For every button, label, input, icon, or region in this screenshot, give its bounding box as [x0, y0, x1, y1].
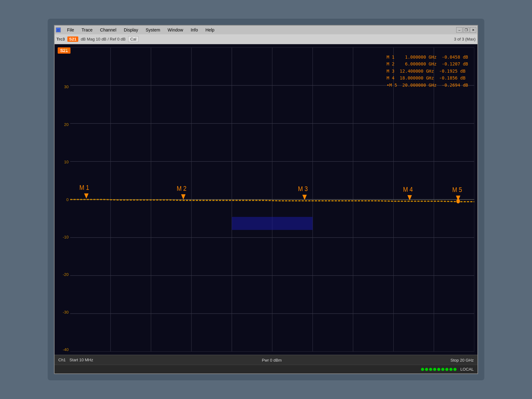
channel-label: Ch1 [58, 358, 66, 362]
s21-badge[interactable]: S21 [67, 36, 78, 42]
max-label: 3 of 3 (Max) [454, 37, 476, 41]
cal-button[interactable]: Cal [128, 36, 139, 42]
window-controls: – ❐ ✕ [456, 27, 476, 33]
menu-system[interactable]: System [144, 27, 162, 33]
status-dots [421, 368, 457, 371]
y-label-10: 10 [55, 160, 70, 164]
dot-8 [449, 368, 452, 371]
svg-text:M 3: M 3 [298, 185, 307, 193]
marker-2-info: M 2 6.000000 GHz -0.1207 dB [387, 60, 468, 67]
y-label-neg20: -20 [55, 272, 70, 276]
dot-1 [421, 368, 424, 371]
y-axis: 40 30 20 10 0 -10 -20 -30 -40 [55, 44, 70, 355]
svg-point-29 [456, 199, 460, 204]
menu-help[interactable]: Help [204, 27, 216, 33]
y-label-neg10: -10 [55, 235, 70, 239]
close-button[interactable]: ✕ [470, 27, 476, 33]
main-window: □ File Trace Channel Display System Wind… [54, 25, 478, 374]
minimize-button[interactable]: – [456, 27, 462, 33]
y-label-neg30: -30 [55, 310, 70, 314]
menu-file[interactable]: File [66, 27, 75, 33]
dot-5 [437, 368, 440, 371]
menu-trace[interactable]: Trace [80, 27, 94, 33]
start-freq: Start 10 MHz [70, 358, 93, 362]
marker-info-box: M 1 1.000000 GHz -0.0458 dB M 2 6.000000… [387, 54, 468, 89]
marker-3-info: M 3 12.400000 GHz -0.1925 dB [387, 68, 468, 75]
dot-3 [429, 368, 432, 371]
marker-5-info: •M 5 20.000000 GHz -0.2694 dB [387, 82, 468, 89]
marker-1-info: M 1 1.000000 GHz -0.0458 dB [387, 54, 468, 60]
window-icon-symbol: □ [57, 28, 59, 32]
window-icon: □ [56, 27, 61, 32]
y-label-0: 0 [55, 198, 70, 202]
menu-display[interactable]: Display [123, 27, 139, 33]
svg-marker-19 [84, 193, 89, 199]
dot-2 [425, 368, 428, 371]
menu-info[interactable]: Info [189, 27, 199, 33]
menu-window[interactable]: Window [167, 27, 185, 33]
dot-4 [433, 368, 436, 371]
svg-marker-23 [302, 195, 307, 200]
svg-rect-30 [232, 217, 312, 230]
svg-marker-21 [181, 194, 186, 200]
chart-plot: M 1 M 2 M 3 M 4 M 5 [70, 47, 474, 352]
menu-channel[interactable]: Channel [99, 27, 118, 33]
dot-7 [445, 368, 448, 371]
y-label-40: 40 [55, 47, 70, 51]
svg-text:M 5: M 5 [452, 186, 462, 194]
y-label-20: 20 [55, 123, 70, 127]
svg-text:M 4: M 4 [403, 185, 413, 193]
y-label-neg40: -40 [55, 348, 70, 352]
marker-4-info: M 4 18.000000 GHz -0.1856 dB [387, 75, 468, 81]
chart-area: S21 40 30 20 10 0 -10 -20 -30 -40 [55, 44, 477, 355]
svg-text:M 2: M 2 [177, 185, 186, 192]
dot-9 [453, 368, 457, 371]
chart-svg: M 1 M 2 M 3 M 4 M 5 [70, 47, 474, 352]
local-label: LOCAL [460, 367, 474, 372]
svg-text:M 1: M 1 [79, 184, 89, 191]
instrument-body: □ File Trace Channel Display System Wind… [48, 19, 484, 380]
y-label-30: 30 [55, 85, 70, 89]
toolbar: Trc3 S21 dB Mag 10 dB / Ref 0 dB Cal 3 o… [55, 34, 477, 44]
trc-label: Trc3 [56, 37, 65, 41]
pwr-text: Pwr 0 dBm [93, 357, 451, 363]
stop-freq: Stop 20 GHz [451, 357, 474, 363]
scale-text: dB Mag 10 dB / Ref 0 dB [81, 37, 126, 41]
dot-6 [441, 368, 444, 371]
status-bar: Ch1 Start 10 MHz Pwr 0 dBm Stop 20 GHz [55, 355, 477, 365]
maximize-button[interactable]: ❐ [463, 27, 469, 33]
title-bar: □ File Trace Channel Display System Wind… [55, 26, 477, 34]
bottom-bar: LOCAL [55, 365, 477, 373]
